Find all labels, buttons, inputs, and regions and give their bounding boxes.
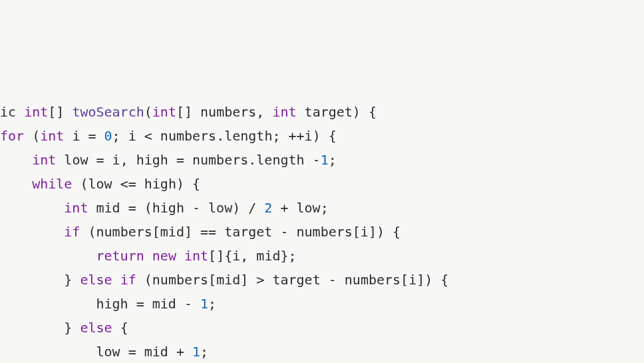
code-token: if — [120, 272, 136, 288]
code-token: ; — [329, 152, 337, 168]
code-line: high = mid - 1; — [0, 292, 644, 316]
code-token — [144, 248, 152, 264]
code-token: low = i, high = numbers.length - — [56, 152, 320, 168]
code-token: for — [0, 128, 24, 144]
code-token — [0, 248, 96, 264]
code-token: while — [32, 176, 72, 192]
code-line: for (int i = 0; i < numbers.length; ++i)… — [0, 124, 644, 148]
code-token: (low <= high) { — [72, 176, 200, 192]
code-token: ( — [144, 104, 152, 120]
code-token: high = mid - — [0, 296, 200, 312]
code-token: low = mid + — [0, 344, 192, 360]
code-token: []{i, mid}; — [208, 248, 296, 264]
code-token: ; — [200, 344, 208, 360]
code-token: } — [0, 320, 80, 336]
code-token: ; — [208, 296, 216, 312]
code-token: int — [24, 104, 48, 120]
code-token: return — [96, 248, 144, 264]
code-token: new — [152, 248, 176, 264]
code-line: } else { — [0, 316, 644, 340]
code-line: ic int[] twoSearch(int[] numbers, int ta… — [0, 100, 644, 124]
code-token: ic — [0, 104, 24, 120]
code-token: if — [64, 224, 80, 240]
code-token: int — [32, 152, 56, 168]
code-line: if (numbers[mid] == target - numbers[i])… — [0, 220, 644, 244]
code-token: ( — [24, 128, 40, 144]
code-token: int — [272, 104, 296, 120]
code-token: twoSearch — [72, 104, 144, 120]
code-token: target) { — [297, 104, 377, 120]
code-token: 1 — [321, 152, 329, 168]
code-token: (numbers[mid] == target - numbers[i]) { — [80, 224, 401, 240]
code-block: ic int[] twoSearch(int[] numbers, int ta… — [0, 100, 644, 363]
code-token: ; i < numbers.length; ++i) { — [112, 128, 337, 144]
code-token: 1 — [192, 344, 200, 360]
code-line: return new int[]{i, mid}; — [0, 244, 644, 268]
code-token: + low; — [272, 200, 328, 216]
code-token — [0, 224, 64, 240]
code-token: 1 — [200, 296, 208, 312]
code-token: else — [80, 320, 112, 336]
code-line: while (low <= high) { — [0, 172, 644, 196]
code-token — [112, 272, 120, 288]
code-line: low = mid + 1; — [0, 340, 644, 363]
code-token: int — [40, 128, 64, 144]
code-token: i = — [64, 128, 104, 144]
code-line: } else if (numbers[mid] > target - numbe… — [0, 268, 644, 292]
code-token: mid = (high - low) / — [88, 200, 264, 216]
code-token: } — [0, 272, 80, 288]
code-token — [0, 200, 64, 216]
code-token — [176, 248, 184, 264]
code-token: { — [112, 320, 128, 336]
code-token: [] — [48, 104, 72, 120]
code-line: int mid = (high - low) / 2 + low; — [0, 196, 644, 220]
code-token: int — [152, 104, 176, 120]
code-token: (numbers[mid] > target - numbers[i]) { — [136, 272, 449, 288]
code-token: else — [80, 272, 112, 288]
code-token — [0, 152, 32, 168]
code-token: 0 — [104, 128, 112, 144]
code-token: int — [184, 248, 208, 264]
code-line: int low = i, high = numbers.length -1; — [0, 148, 644, 172]
code-token: int — [64, 200, 88, 216]
code-token: 2 — [264, 200, 272, 216]
code-token — [0, 176, 32, 192]
code-token: [] numbers, — [176, 104, 273, 120]
